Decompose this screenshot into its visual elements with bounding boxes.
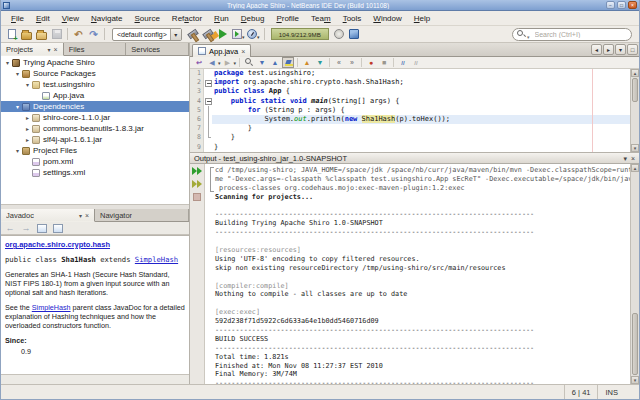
memory-gauge[interactable]: 104.9/212.9MB: [271, 28, 329, 40]
code-line-6[interactable]: 6 System.out.println(new Sha1Hash(p).toH…: [190, 115, 630, 124]
menu-tools[interactable]: Tools: [337, 11, 368, 26]
redo-button[interactable]: [86, 27, 101, 42]
menu-edit[interactable]: Edit: [30, 11, 56, 26]
record-macro-icon[interactable]: [365, 57, 377, 68]
minimize-window-icon[interactable]: [75, 211, 82, 220]
menu-navigate[interactable]: Navigate: [85, 11, 129, 26]
scroll-up-icon[interactable]: [631, 69, 639, 77]
search-input[interactable]: [533, 30, 627, 39]
debug-button[interactable]: [231, 27, 246, 42]
chevron-down-icon[interactable]: [257, 25, 260, 43]
code-line-1[interactable]: 1package test.usingshiro;: [190, 69, 630, 78]
tree-node-source-packages[interactable]: ▾Source Packages: [1, 68, 189, 79]
code-line-8[interactable]: 8 }: [190, 133, 630, 142]
title-bar[interactable]: Trying Apache Shiro - NetBeans IDE Dev (…: [1, 0, 639, 11]
rerun-icon[interactable]: [191, 167, 203, 177]
menu-profile[interactable]: Profile: [270, 11, 305, 26]
code-line-3[interactable]: 3public class App {: [190, 87, 630, 96]
profile-button[interactable]: [246, 27, 261, 42]
package-link[interactable]: org.apache.shiro.crypto.hash: [5, 240, 185, 249]
new-file-button[interactable]: [4, 27, 19, 42]
minimize-button[interactable]: [606, 1, 615, 9]
maximize-editor-button[interactable]: [627, 44, 638, 55]
tree-node-pom-xml[interactable]: pom.xml: [1, 156, 189, 167]
code-line-5[interactable]: 5 for (String p : args) {: [190, 106, 630, 115]
show-in-browser-button[interactable]: [36, 223, 48, 234]
config-select[interactable]: <default config>: [112, 28, 182, 41]
search-box[interactable]: [512, 28, 632, 41]
uncomment-icon[interactable]: [410, 57, 422, 68]
back-button[interactable]: [206, 57, 221, 68]
superclass-link[interactable]: SimpleHash: [135, 255, 178, 264]
tree-node-trying-apache-shiro[interactable]: ▾Trying Apache Shiro: [1, 57, 189, 68]
close-output-icon[interactable]: [631, 154, 635, 163]
tab-services[interactable]: Services: [126, 43, 189, 55]
tree-expander-icon[interactable]: ▾: [13, 70, 22, 77]
run-button[interactable]: [216, 27, 231, 42]
tab-projects[interactable]: Projects: [1, 43, 64, 56]
tree-expander-icon[interactable]: ▾: [23, 81, 32, 88]
tree-node-commons-beanutils-1-8-3-jar[interactable]: ▸commons-beanutils-1.8.3.jar: [1, 123, 189, 134]
menu-refactor[interactable]: Refactor: [166, 11, 208, 26]
menu-file[interactable]: File: [5, 11, 30, 26]
chevron-down-icon[interactable]: [242, 25, 245, 43]
scroll-down-icon[interactable]: [631, 376, 639, 384]
tree-node-slf4j-api-1-6-1-jar[interactable]: ▸slf4j-api-1.6.1.jar: [1, 134, 189, 145]
tree-expander-icon[interactable]: ▸: [23, 136, 32, 143]
previous-bookmark-icon[interactable]: [301, 57, 313, 68]
tree-expander-icon[interactable]: ▸: [23, 114, 32, 121]
undo-button[interactable]: [71, 27, 86, 42]
tab-app-java[interactable]: App.java: [192, 44, 251, 57]
tree-node-shiro-core-1-1-0-jar[interactable]: ▸shiro-core-1.1.0.jar: [1, 112, 189, 123]
code-line-2[interactable]: 2import org.apache.shiro.crypto.hash.Sha…: [190, 78, 630, 87]
simplehash-link[interactable]: SimpleHash: [32, 303, 71, 312]
editor-pane[interactable]: 1package test.usingshiro;2import org.apa…: [190, 69, 639, 152]
tree-node-project-files[interactable]: ▾Project Files: [1, 145, 189, 156]
menu-help[interactable]: Help: [408, 11, 436, 26]
menu-source[interactable]: Source: [129, 11, 166, 26]
shift-left-icon[interactable]: [333, 57, 345, 68]
tree-expander-icon[interactable]: ▾: [13, 147, 22, 154]
gc-button[interactable]: [332, 27, 347, 42]
comment-icon[interactable]: [397, 57, 409, 68]
scrollbar-thumb[interactable]: [632, 313, 638, 375]
updates-button[interactable]: [347, 27, 362, 42]
open-source-button[interactable]: [52, 223, 64, 234]
tree-node-test-usingshiro[interactable]: ▾test.usingshiro: [1, 79, 189, 90]
scroll-tabs-right-button[interactable]: [603, 44, 614, 55]
scroll-tabs-left-button[interactable]: [591, 44, 602, 55]
new-project-button[interactable]: [19, 27, 34, 42]
scrollbar-thumb[interactable]: [632, 78, 638, 102]
last-edit-position-icon[interactable]: [193, 57, 205, 68]
next-bookmark-icon[interactable]: [314, 57, 326, 68]
close-button[interactable]: [628, 1, 637, 9]
code-line-4[interactable]: 4 public static void main(String[] args)…: [190, 97, 630, 106]
save-all-button[interactable]: [49, 27, 64, 42]
stop-macro-icon[interactable]: [378, 57, 390, 68]
menu-view[interactable]: View: [56, 11, 85, 26]
output-header[interactable]: Output - test_using-shiro_jar_1.0-SNAPSH…: [190, 153, 639, 164]
minimize-window-icon[interactable]: [44, 45, 51, 54]
find-previous-icon[interactable]: [269, 57, 281, 68]
open-project-button[interactable]: [34, 27, 49, 42]
close-tab-icon[interactable]: [238, 47, 245, 56]
scroll-down-icon[interactable]: [631, 144, 639, 152]
tree-node-settings-xml[interactable]: settings.xml: [1, 167, 189, 178]
toggle-highlight-icon[interactable]: [282, 57, 294, 68]
rerun-with-params-icon[interactable]: [191, 180, 203, 190]
find-selection-button[interactable]: [243, 57, 255, 68]
tab-list-button[interactable]: [615, 44, 626, 55]
tab-javadoc[interactable]: Javadoc: [1, 209, 95, 222]
menu-debug[interactable]: Debug: [235, 11, 271, 26]
clean-build-button[interactable]: [201, 27, 216, 42]
close-icon[interactable]: [51, 45, 58, 54]
back-icon[interactable]: [4, 223, 16, 234]
forward-icon[interactable]: [20, 223, 32, 234]
output-scrollbar[interactable]: [630, 164, 639, 384]
output-dropdown-icon[interactable]: [623, 154, 627, 163]
menu-run[interactable]: Run: [208, 11, 235, 26]
tree-expander-icon[interactable]: ▾: [13, 103, 22, 110]
scroll-up-icon[interactable]: [631, 164, 639, 172]
tree-expander-icon[interactable]: ▸: [23, 125, 32, 132]
code-fold-icon[interactable]: [204, 97, 212, 106]
